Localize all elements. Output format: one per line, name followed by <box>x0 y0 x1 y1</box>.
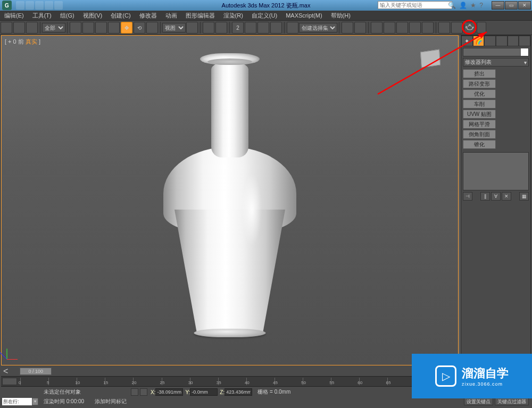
tab-motion-icon[interactable] <box>496 36 508 46</box>
align-icon[interactable] <box>354 22 366 34</box>
menu-customize[interactable]: 自定义(U) <box>247 12 281 20</box>
isolate-icon[interactable] <box>140 388 147 396</box>
pin-stack-icon[interactable]: ⊣ <box>463 192 472 201</box>
z-coord-input[interactable] <box>225 388 252 396</box>
mod-pathdeform[interactable]: 路径变形 <box>463 79 496 88</box>
tab-create-icon[interactable]: ✦ <box>461 36 473 46</box>
mod-bevelprofile[interactable]: 倒角剖面 <box>463 130 496 139</box>
mod-meshsmooth[interactable]: 网格平滑 <box>463 120 496 129</box>
rendered-frame-icon[interactable] <box>451 22 463 34</box>
x-coord-input[interactable] <box>155 388 183 396</box>
minimize-button[interactable]: — <box>492 1 504 10</box>
menu-modifiers[interactable]: 修改器 <box>135 12 161 20</box>
curve-editor-icon[interactable] <box>396 22 408 34</box>
graphite-ribbon-icon[interactable] <box>384 22 395 34</box>
edit-selset-icon[interactable] <box>287 22 298 34</box>
tab-hierarchy-icon[interactable] <box>484 36 496 46</box>
add-timetag-button[interactable]: 添加时间标记 <box>95 398 127 405</box>
mirror-icon[interactable] <box>342 22 353 34</box>
y-coord-input[interactable] <box>190 388 218 396</box>
tab-utilities-icon[interactable] <box>519 36 530 46</box>
select-scale-icon[interactable] <box>146 22 158 34</box>
keyboard-shortcut-icon[interactable] <box>215 22 227 34</box>
manipulate-icon[interactable] <box>203 22 214 34</box>
mod-taper[interactable]: 锥化 <box>463 140 496 149</box>
select-rotate-icon[interactable]: ⟲ <box>134 22 145 34</box>
menu-maxscript[interactable]: MAXScript(M) <box>281 12 326 19</box>
selection-filter-dropdown[interactable]: 全部 <box>42 23 65 32</box>
trackbar-menu-icon[interactable] <box>2 378 17 385</box>
menu-grapheditor[interactable]: 图形编辑器 <box>181 12 219 20</box>
configure-sets-icon[interactable]: ▦ <box>519 192 529 201</box>
watermark-logo-icon: ▷ <box>435 365 456 387</box>
time-slider-handle[interactable]: 0 / 100 <box>20 368 52 375</box>
menu-render[interactable]: 渲染(R) <box>219 12 247 20</box>
help-icon[interactable]: ? <box>479 2 483 9</box>
schematic-view-icon[interactable] <box>409 22 421 34</box>
menu-animation[interactable]: 动画 <box>161 12 181 20</box>
render-setup-icon[interactable] <box>438 22 450 34</box>
pivot-center-icon[interactable] <box>186 22 198 34</box>
tab-display-icon[interactable] <box>508 36 519 46</box>
mod-optimize[interactable]: 优化 <box>463 89 496 98</box>
tab-modify-icon[interactable]: 🌈 <box>473 36 485 46</box>
keyfilter-button[interactable]: 关键点过滤器 <box>495 398 529 405</box>
timeslider-left-icon[interactable]: < <box>3 367 8 376</box>
listener-dropdown-icon[interactable]: ▾ <box>32 398 38 405</box>
maximize-button[interactable]: ▭ <box>505 1 518 10</box>
signin-icon[interactable]: 👤 <box>459 2 467 9</box>
menu-edit[interactable]: 编辑(E) <box>0 12 28 20</box>
menu-tools[interactable]: 工具(T) <box>28 12 56 20</box>
material-editor-icon[interactable] <box>422 22 434 34</box>
menu-view[interactable]: 视图(V) <box>79 12 107 20</box>
menu-group[interactable]: 组(G) <box>56 12 79 20</box>
object-name-field[interactable] <box>463 48 529 56</box>
qat-open-icon[interactable] <box>26 1 34 10</box>
select-region-icon[interactable] <box>95 22 107 34</box>
layer-manager-icon[interactable] <box>371 22 383 34</box>
qat-redo-icon[interactable] <box>54 1 63 10</box>
snap-angle-icon[interactable] <box>245 22 256 34</box>
menu-help[interactable]: 帮助(H) <box>327 12 355 20</box>
modifier-stack[interactable] <box>463 152 529 190</box>
search-icon[interactable]: 🔍 <box>448 2 456 9</box>
menu-create[interactable]: 创建(C) <box>106 12 135 20</box>
render-production-icon[interactable] <box>464 22 476 34</box>
axis-gizmo <box>7 344 23 360</box>
viewport-label[interactable]: [ + 0 前 真实 ] <box>5 38 40 46</box>
maxscript-listener[interactable]: 所在行: <box>2 398 32 405</box>
setkey-button[interactable]: 设置关键点 <box>464 398 493 405</box>
select-name-icon[interactable] <box>82 22 94 34</box>
scene-object-vase[interactable] <box>161 50 299 337</box>
named-selset-dropdown[interactable]: 创建选择集 <box>299 23 337 32</box>
viewport-front[interactable]: [ + 0 前 真实 ] <box>1 35 459 365</box>
redo-icon[interactable] <box>13 22 25 34</box>
app-icon[interactable]: G <box>2 1 12 10</box>
mod-lathe[interactable]: 车削 <box>463 99 496 109</box>
modifier-list-dropdown[interactable]: 修改器列表▾ <box>463 58 529 66</box>
help-search-input[interactable] <box>378 1 452 9</box>
lock-selection-icon[interactable] <box>131 388 138 396</box>
select-icon[interactable] <box>70 22 81 34</box>
link-icon[interactable] <box>26 22 38 34</box>
remove-mod-icon[interactable]: ✕ <box>502 192 511 201</box>
mod-uvwmap[interactable]: UVW 贴图 <box>463 110 496 119</box>
show-result-icon[interactable]: ∥ <box>480 192 490 201</box>
undo-icon[interactable] <box>1 22 12 34</box>
close-button[interactable]: ✕ <box>518 1 531 10</box>
spinner-snap-icon[interactable] <box>270 22 282 34</box>
select-move-icon[interactable]: ✥ <box>121 22 132 34</box>
favorite-icon[interactable]: ★ <box>470 2 476 9</box>
viewcube[interactable] <box>415 46 447 76</box>
qat-new-icon[interactable] <box>16 1 24 10</box>
window-crossing-icon[interactable] <box>108 22 120 34</box>
refcoord-dropdown[interactable]: 视图 <box>162 23 186 32</box>
render-iterative-icon[interactable] <box>477 22 486 34</box>
make-unique-icon[interactable]: ∀ <box>491 192 501 201</box>
qat-save-icon[interactable] <box>35 1 44 10</box>
snap-2d-icon[interactable]: 2 <box>232 22 244 34</box>
object-color-swatch[interactable] <box>521 48 528 56</box>
qat-undo-icon[interactable] <box>45 1 53 10</box>
snap-percent-icon[interactable] <box>257 22 269 34</box>
mod-extrude[interactable]: 挤出 <box>463 69 496 78</box>
